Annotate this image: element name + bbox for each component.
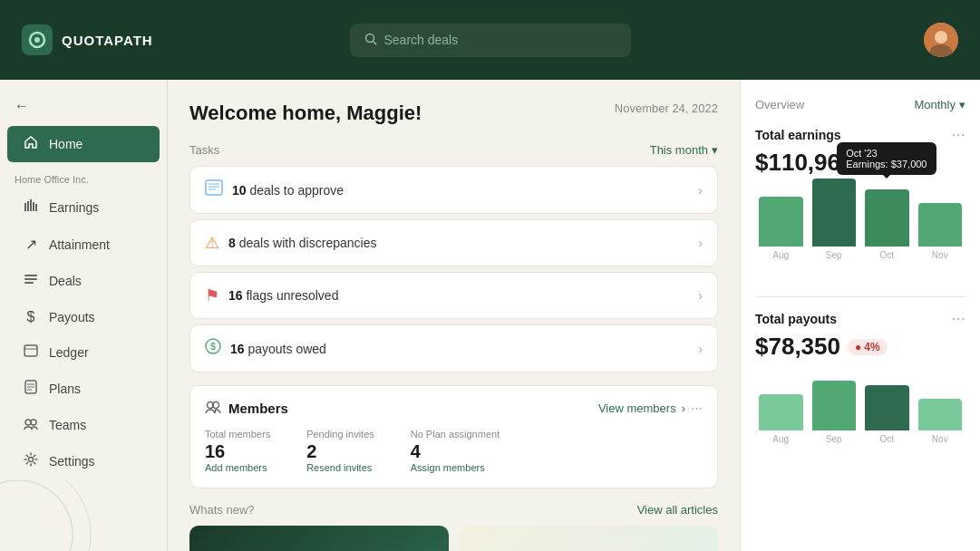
earnings-icon (22, 198, 40, 217)
payouts-icon: $ (22, 309, 40, 325)
bar-oct-label: Oct (879, 250, 894, 260)
logo-area[interactable]: QUOTAPATH (22, 24, 153, 55)
bar-sep: Sep (812, 179, 857, 260)
teams-icon (22, 417, 40, 433)
svg-point-21 (25, 420, 31, 425)
svg-rect-15 (24, 345, 37, 356)
sidebar-item-label: Plans (49, 382, 81, 396)
sidebar-item-earnings[interactable]: Earnings (7, 189, 160, 226)
bar-nov-label: Nov (932, 250, 948, 260)
bar-sep-label: Sep (826, 250, 842, 260)
whats-new-header: Whats new? View all articles (189, 503, 718, 517)
svg-rect-10 (33, 202, 34, 211)
sidebar-item-home[interactable]: Home (7, 126, 160, 162)
earnings-dots-menu[interactable]: ⋯ (951, 126, 965, 143)
overview-filter[interactable]: Monthly ▾ (914, 98, 965, 111)
svg-rect-12 (24, 275, 37, 276)
whats-new-section: Whats new? View all articles Sales comp … (189, 503, 718, 551)
search-bar[interactable] (350, 24, 631, 57)
payout-bar-aug-label: Aug (772, 434, 789, 444)
members-icon (205, 401, 221, 416)
divider (755, 296, 965, 297)
view-all-articles-link[interactable]: View all articles (637, 503, 718, 517)
payout-bar-oct-label: Oct (879, 434, 894, 444)
article-card-1[interactable]: Sales comp trends to know ahead of Q... (189, 526, 449, 551)
tooltip-month: Oct '23 (846, 148, 927, 159)
chevron-right-icon: › (698, 236, 703, 250)
sidebar-item-label: Settings (49, 454, 95, 469)
payout-bar-oct: Oct (865, 385, 909, 444)
resend-invites-link[interactable]: Resend invites (306, 462, 374, 473)
svg-rect-26 (206, 180, 222, 195)
sidebar-item-ledger[interactable]: Ledger (7, 335, 160, 370)
payout-bar-sep-label: Sep (826, 434, 842, 444)
sidebar: ← Home Home Office Inc. Earnings (0, 80, 168, 551)
bar-oct: Oct '23 Earnings: $37,000 Oct (865, 189, 909, 260)
payout-bar-nov: Nov (918, 399, 963, 444)
payout-icon: $ (205, 338, 221, 359)
right-panel: Overview Monthly ▾ Total earnings ⋯ $110… (740, 80, 980, 551)
task-flags-label: 16 flags unresolved (228, 288, 338, 303)
sidebar-item-plans[interactable]: Plans (7, 371, 160, 407)
overview-header: Overview Monthly ▾ (755, 98, 965, 111)
payouts-value: $78,350 (755, 333, 840, 361)
no-plan-value: 4 (411, 441, 500, 462)
assign-members-link[interactable]: Assign members (411, 462, 500, 473)
sidebar-toggle[interactable]: ← (0, 94, 167, 125)
sidebar-item-settings[interactable]: Settings (7, 443, 160, 479)
bar-oct-rect (865, 189, 909, 246)
filter-label: This month (650, 143, 708, 157)
avatar[interactable] (924, 23, 958, 57)
chevron-right-icon: › (698, 183, 703, 198)
topnav: QUOTAPATH (0, 0, 980, 80)
total-members-value: 16 (205, 441, 270, 462)
svg-point-25 (0, 480, 91, 551)
payouts-title: Total payouts (755, 312, 837, 326)
article-card-2[interactable]: How to design compensation plans (460, 526, 719, 551)
sidebar-item-attainment[interactable]: ↗ Attainment (7, 227, 160, 262)
sidebar-item-label: Earnings (49, 200, 99, 215)
payout-bar-oct-rect (865, 385, 909, 430)
svg-point-22 (31, 420, 36, 425)
page-title: Welcome home, Maggie! (189, 102, 422, 125)
payout-bar-nov-label: Nov (932, 434, 948, 444)
add-members-link[interactable]: Add members (205, 462, 270, 473)
tasks-filter[interactable]: This month ▾ (650, 143, 718, 157)
svg-point-24 (0, 480, 73, 551)
payout-bar-aug: Aug (759, 394, 803, 444)
bar-aug: Aug (759, 197, 803, 260)
task-approve[interactable]: 10 deals to approve › (189, 166, 718, 214)
sidebar-item-label: Deals (49, 274, 82, 288)
sidebar-item-teams[interactable]: Teams (7, 408, 160, 442)
logo-icon (22, 24, 53, 55)
payouts-dots-menu[interactable]: ⋯ (951, 310, 965, 327)
task-discrepancies-count: 8 (228, 236, 236, 250)
search-input[interactable] (384, 33, 616, 47)
task-payouts[interactable]: $ 16 payouts owed › (189, 324, 718, 372)
svg-rect-13 (24, 278, 37, 280)
stat-no-plan: No Plan assignment 4 Assign members (411, 429, 500, 473)
payouts-amount: $78,350 ● 4% (755, 333, 965, 361)
task-flags[interactable]: ⚑ 16 flags unresolved › (189, 272, 718, 319)
sidebar-item-label: Ledger (49, 345, 89, 360)
tasks-label: Tasks (189, 143, 219, 157)
members-title: Members (228, 401, 288, 416)
sidebar-org: Home Office Inc. (0, 163, 167, 188)
payouts-bars-container: Aug Sep Oct Nov (755, 372, 965, 444)
svg-point-5 (935, 31, 947, 44)
flag-icon: ⚑ (205, 285, 219, 305)
discrepancy-icon: ⚠ (205, 233, 219, 253)
members-dots-menu[interactable]: ⋯ (691, 401, 703, 415)
view-members-link[interactable]: View members (598, 401, 676, 415)
svg-point-23 (29, 458, 34, 462)
sidebar-item-payouts[interactable]: $ Payouts (7, 300, 160, 334)
payout-bar-aug-rect (759, 394, 803, 430)
svg-rect-7 (24, 203, 26, 211)
total-earnings-card: Total earnings ⋯ $110,960 ● 12% Aug (755, 126, 965, 278)
overview-label: Overview (755, 98, 804, 111)
sidebar-item-deals[interactable]: Deals (7, 263, 160, 299)
home-icon (22, 135, 40, 153)
task-discrepancies[interactable]: ⚠ 8 deals with discrepancies › (189, 219, 718, 266)
tooltip-earnings: Earnings: $37,000 (846, 159, 927, 169)
approve-icon (205, 179, 223, 200)
